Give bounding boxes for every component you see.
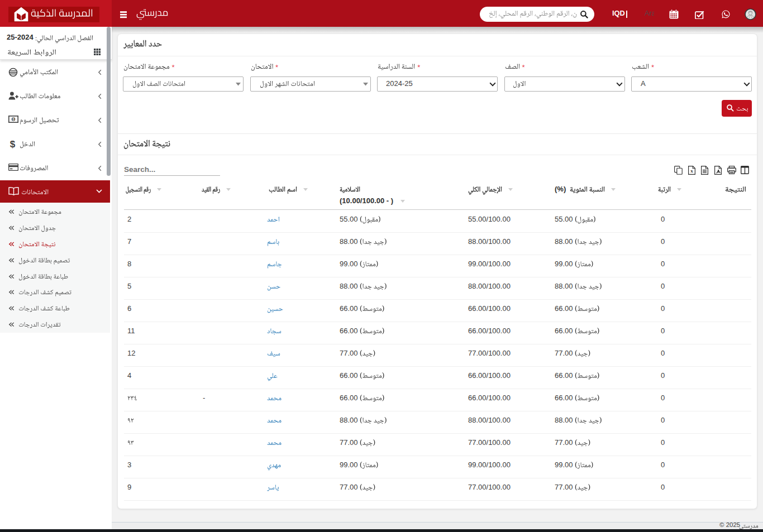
svg-text:x: x [690,168,693,174]
svg-text:$: $ [10,139,16,148]
svg-text:0: 0 [12,117,15,121]
